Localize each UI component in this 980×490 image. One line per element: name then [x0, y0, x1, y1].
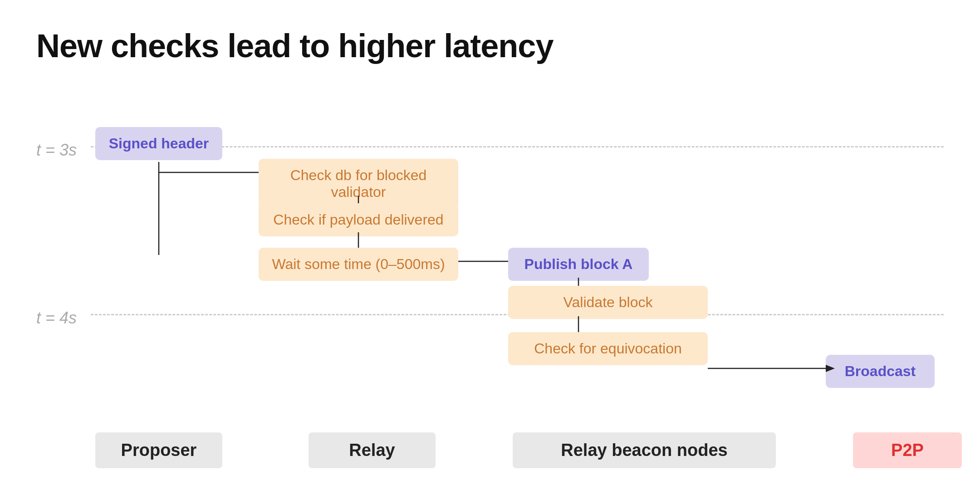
diagram: t = 3s t = 4s Signed header Check db for… [36, 92, 944, 468]
actor-proposer: Proposer [95, 432, 222, 468]
check-equivocation-box: Check for equivocation [508, 332, 708, 365]
broadcast-box: Broadcast [826, 355, 935, 388]
page: New checks lead to higher latency t = 3s… [0, 0, 980, 490]
validate-block-box: Validate block [508, 286, 708, 319]
signed-header-box: Signed header [95, 127, 222, 160]
check-db-box: Check db for blocked validator [259, 159, 458, 209]
check-payload-box: Check if payload delivered [259, 203, 458, 236]
wait-time-box: Wait some time (0–500ms) [259, 248, 458, 281]
time-label-3s: t = 3s [36, 141, 77, 160]
actor-relay-beacon: Relay beacon nodes [513, 432, 776, 468]
actor-relay: Relay [309, 432, 436, 468]
actor-p2p: P2P [853, 432, 962, 468]
time-label-4s: t = 4s [36, 309, 77, 328]
page-title: New checks lead to higher latency [36, 27, 944, 64]
publish-block-box: Publish block A [508, 248, 649, 281]
